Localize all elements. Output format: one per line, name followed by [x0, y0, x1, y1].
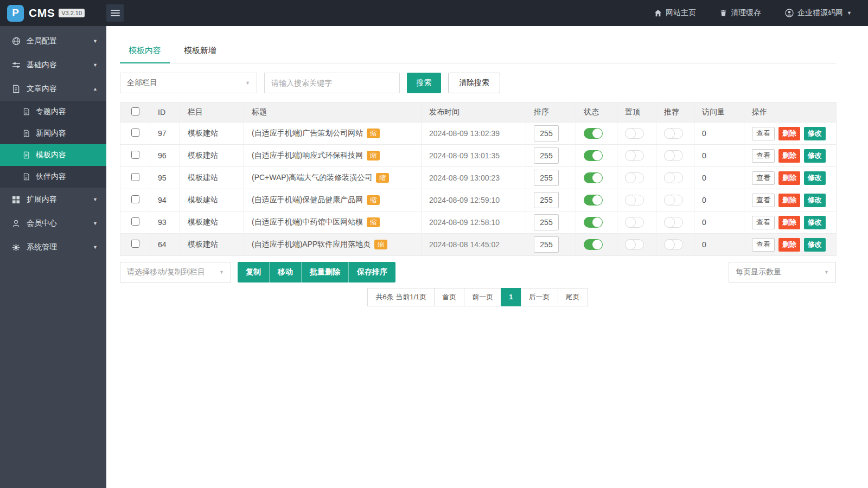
status-toggle[interactable] — [584, 150, 603, 161]
view-button[interactable]: 查看 — [752, 216, 775, 229]
header-recommend: 推荐 — [656, 102, 694, 123]
content-tabs: 模板内容 模板新增 — [120, 41, 836, 63]
status-toggle[interactable] — [584, 172, 603, 183]
row-title: (自适应手机端)中药馆中医网站模 — [252, 217, 363, 226]
batch-delete-button[interactable]: 批量删除 — [302, 262, 349, 282]
menu-toggle-button[interactable] — [106, 4, 124, 22]
recommend-toggle[interactable] — [664, 150, 683, 161]
next-page-button[interactable]: 后一页 — [521, 288, 558, 306]
edit-button[interactable]: 修改 — [804, 194, 826, 207]
recommend-toggle[interactable] — [664, 217, 683, 228]
sidebar-item-template-content[interactable]: 模板内容 — [0, 144, 106, 166]
view-button[interactable]: 查看 — [752, 127, 775, 140]
delete-button[interactable]: 删除 — [778, 238, 800, 252]
top-toggle[interactable] — [625, 172, 644, 183]
top-toggle[interactable] — [625, 150, 644, 161]
move-button[interactable]: 移动 — [270, 262, 302, 282]
row-checkbox[interactable] — [131, 151, 139, 159]
sidebar-item-system-management[interactable]: 系统管理 ▼ — [0, 235, 106, 259]
copy-button[interactable]: 复制 — [238, 262, 270, 282]
status-toggle[interactable] — [584, 195, 603, 206]
row-title: (自适应手机端)APP软件应用落地页 — [252, 240, 371, 248]
clear-search-button[interactable]: 清除搜索 — [448, 73, 500, 93]
recommend-toggle[interactable] — [664, 172, 683, 183]
save-sort-button[interactable]: 保存排序 — [349, 262, 395, 282]
view-button[interactable]: 查看 — [752, 194, 775, 207]
delete-button[interactable]: 删除 — [778, 216, 800, 229]
header-sort: 排序 — [526, 102, 576, 123]
recommend-toggle[interactable] — [664, 239, 683, 250]
status-toggle[interactable] — [584, 239, 603, 250]
search-input[interactable] — [264, 73, 400, 93]
status-toggle[interactable] — [584, 128, 603, 139]
top-toggle[interactable] — [625, 128, 644, 139]
prev-page-button[interactable]: 前一页 — [464, 288, 501, 306]
select-all-checkbox[interactable] — [131, 107, 139, 115]
move-copy-select[interactable]: 请选择移动/复制到栏目 ▼ — [120, 262, 231, 282]
sort-input[interactable] — [534, 147, 559, 164]
edit-button[interactable]: 修改 — [804, 238, 826, 252]
sidebar-item-partner-content[interactable]: 伙伴内容 — [0, 166, 106, 188]
row-title: (自适应手机端)响应式环保科技网 — [252, 151, 363, 159]
top-toggle[interactable] — [625, 239, 644, 250]
sidebar-item-topic-content[interactable]: 专题内容 — [0, 101, 106, 123]
delete-button[interactable]: 删除 — [778, 149, 800, 163]
tab-template-add[interactable]: 模板新增 — [175, 41, 225, 63]
sort-input[interactable] — [534, 125, 559, 142]
sidebar: 全局配置 ▼ 基础内容 ▼ 文章内容 ▲ 专题内容 新闻内容 模板内容 伙伴内容… — [0, 26, 106, 488]
sort-input[interactable] — [534, 236, 559, 253]
user-icon — [785, 9, 794, 17]
sidebar-item-basic-content[interactable]: 基础内容 ▼ — [0, 53, 106, 77]
delete-button[interactable]: 删除 — [778, 171, 800, 185]
last-page-button[interactable]: 尾页 — [558, 288, 588, 306]
search-button[interactable]: 搜索 — [407, 73, 441, 93]
account-menu[interactable]: 企业猫源码网 ▼ — [785, 8, 852, 18]
sidebar-item-global-config[interactable]: 全局配置 ▼ — [0, 29, 106, 53]
view-button[interactable]: 查看 — [752, 149, 775, 163]
edit-button[interactable]: 修改 — [804, 149, 826, 163]
pagination-info: 共6条 当前1/1页 — [367, 288, 435, 306]
table-row: 97 模板建站 (自适应手机端)广告策划公司网站缩 2024-08-09 13:… — [120, 123, 837, 145]
document-icon — [23, 151, 30, 159]
row-category: 模板建站 — [180, 167, 244, 189]
row-checkbox[interactable] — [131, 129, 139, 137]
top-toggle[interactable] — [625, 195, 644, 206]
sidebar-submenu: 专题内容 新闻内容 模板内容 伙伴内容 — [0, 101, 106, 188]
sort-input[interactable] — [534, 214, 559, 230]
chevron-down-icon: ▼ — [93, 245, 98, 250]
delete-button[interactable]: 删除 — [778, 194, 800, 207]
row-checkbox[interactable] — [131, 173, 139, 181]
sidebar-item-news-content[interactable]: 新闻内容 — [0, 123, 106, 144]
sort-input[interactable] — [534, 170, 559, 186]
row-checkbox[interactable] — [131, 240, 139, 248]
view-button[interactable]: 查看 — [752, 238, 775, 252]
delete-button[interactable]: 删除 — [778, 127, 800, 140]
edit-button[interactable]: 修改 — [804, 127, 826, 140]
site-home-link[interactable]: 网站主页 — [654, 8, 696, 18]
top-toggle[interactable] — [625, 217, 644, 228]
recommend-toggle[interactable] — [664, 195, 683, 206]
row-category: 模板建站 — [180, 189, 244, 211]
page-size-select[interactable]: 每页显示数量 ▼ — [729, 262, 836, 282]
row-category: 模板建站 — [180, 234, 244, 256]
tab-template-content[interactable]: 模板内容 — [120, 41, 170, 63]
edit-button[interactable]: 修改 — [804, 216, 826, 229]
view-button[interactable]: 查看 — [752, 171, 775, 185]
sidebar-item-extended-content[interactable]: 扩展内容 ▼ — [0, 188, 106, 211]
row-date: 2024-08-09 12:58:10 — [422, 211, 526, 234]
category-select[interactable]: 全部栏目 ▼ — [120, 73, 257, 93]
thumb-badge: 缩 — [374, 240, 387, 249]
row-id: 97 — [150, 123, 180, 145]
row-checkbox[interactable] — [131, 195, 139, 203]
edit-button[interactable]: 修改 — [804, 171, 826, 185]
first-page-button[interactable]: 首页 — [434, 288, 464, 306]
batch-bar: 请选择移动/复制到栏目 ▼ 复制 移动 批量删除 保存排序 每页显示数量 ▼ — [120, 262, 836, 282]
row-checkbox[interactable] — [131, 217, 139, 226]
status-toggle[interactable] — [584, 217, 603, 228]
clear-cache-link[interactable]: 清理缓存 — [720, 8, 761, 18]
sidebar-item-article-content[interactable]: 文章内容 ▲ — [0, 77, 106, 101]
sort-input[interactable] — [534, 192, 559, 208]
sidebar-item-member-center[interactable]: 会员中心 ▼ — [0, 211, 106, 235]
recommend-toggle[interactable] — [664, 128, 683, 139]
page-number-1[interactable]: 1 — [501, 288, 521, 306]
